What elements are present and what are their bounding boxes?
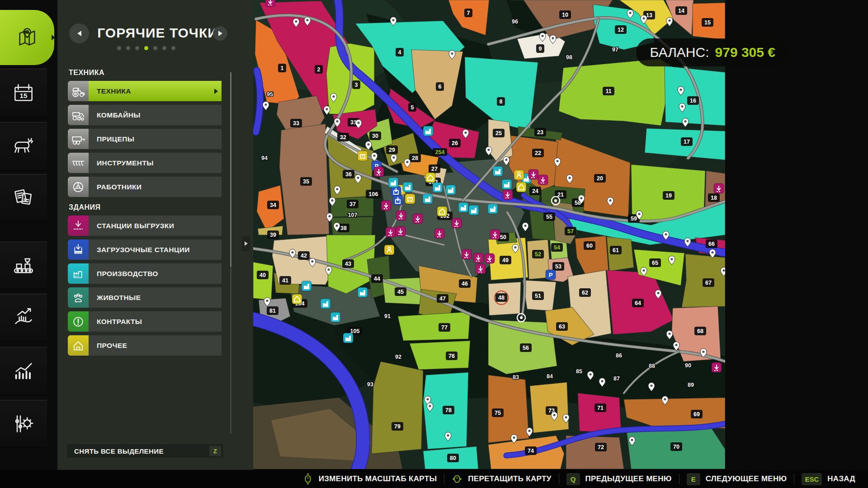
field-badge-71[interactable]: 71 <box>594 404 606 412</box>
poi-production[interactable] <box>502 179 512 189</box>
field-badge-46[interactable]: 46 <box>459 279 471 288</box>
field-badge-63[interactable]: 63 <box>556 322 568 331</box>
filter-row-harvester[interactable]: КОМБАЙНЫ <box>68 105 222 125</box>
field-badge-75[interactable]: 75 <box>492 408 504 417</box>
field-badge-25[interactable]: 25 <box>493 129 505 137</box>
poi-house[interactable] <box>292 294 302 304</box>
field-badge-57[interactable]: 57 <box>565 227 576 235</box>
poi-production[interactable] <box>458 202 468 212</box>
field-badge-52[interactable]: 52 <box>532 250 544 258</box>
field-badge-19[interactable]: 19 <box>663 191 675 200</box>
field-badge-65[interactable]: 65 <box>649 258 661 267</box>
poi-ring[interactable] <box>552 197 560 205</box>
poi-unload[interactable] <box>528 169 538 179</box>
poi-unload[interactable] <box>386 227 396 237</box>
field-badge-49[interactable]: 49 <box>500 256 511 264</box>
poi-unload[interactable] <box>462 249 472 259</box>
field-badge-55[interactable]: 55 <box>543 212 555 221</box>
field-badge-79[interactable]: 79 <box>392 422 403 431</box>
poi-unload[interactable] <box>265 0 275 7</box>
map-field-79[interactable] <box>372 361 423 454</box>
poi-market[interactable] <box>358 151 368 161</box>
field-badge-4[interactable]: 4 <box>396 48 404 56</box>
field-badge-43[interactable]: 43 <box>342 259 354 268</box>
field-badge-12[interactable]: 12 <box>615 25 627 34</box>
field-badge-60[interactable]: 60 <box>584 241 595 250</box>
map-field-11[interactable] <box>559 59 673 126</box>
map-field-71[interactable] <box>578 393 621 433</box>
poi-unload[interactable] <box>473 253 483 263</box>
field-badge-78[interactable]: 78 <box>443 406 454 414</box>
field-badge-80[interactable]: 80 <box>447 454 459 462</box>
poi-parking[interactable]: P <box>546 270 556 280</box>
poi-production[interactable] <box>358 287 368 297</box>
sidebar-item-calendar[interactable]: 15 <box>0 69 47 117</box>
field-badge-16[interactable]: 16 <box>687 96 699 105</box>
poi-production[interactable] <box>302 281 311 291</box>
field-badge-56[interactable]: 56 <box>520 343 532 352</box>
field-badge-40[interactable]: 40 <box>257 271 269 279</box>
field-badge-35[interactable]: 35 <box>300 177 312 186</box>
field-badge-61[interactable]: 61 <box>610 246 622 254</box>
field-badge-64[interactable]: 64 <box>632 299 644 307</box>
field-badge-18[interactable]: 18 <box>708 193 720 202</box>
poi-production[interactable] <box>446 185 456 195</box>
field-badge-10[interactable]: 10 <box>559 10 571 19</box>
field-badge-39[interactable]: 39 <box>267 230 279 239</box>
field-badge-27[interactable]: 27 <box>429 164 440 173</box>
filter-row-contract[interactable]: КОНТРАКТЫ <box>68 311 222 332</box>
field-badge-48[interactable]: 48 <box>495 293 507 302</box>
poi-unload[interactable] <box>538 175 548 185</box>
panel-expand-tab[interactable] <box>242 236 250 251</box>
field-badge-26[interactable]: 26 <box>449 139 461 147</box>
map-field-40[interactable] <box>253 262 273 300</box>
poi-unload[interactable] <box>503 190 513 200</box>
field-badge-7[interactable]: 7 <box>464 9 472 17</box>
field-badge-14[interactable]: 14 <box>675 6 687 15</box>
map-field-77[interactable] <box>398 312 470 341</box>
poi-ring[interactable] <box>517 314 525 322</box>
poi-unload[interactable] <box>452 218 462 228</box>
next-category-button[interactable] <box>213 26 227 41</box>
poi-production[interactable] <box>469 205 479 215</box>
poi-unload[interactable] <box>413 214 423 224</box>
field-badge-28[interactable]: 28 <box>409 154 421 162</box>
sidebar-item-animals[interactable] <box>0 122 47 171</box>
field-badge-22[interactable]: 22 <box>532 149 544 157</box>
filter-row-factory[interactable]: ПРОИЗВОДСТВО <box>68 263 222 284</box>
poi-unload[interactable] <box>374 167 384 177</box>
field-badge-44[interactable]: 44 <box>371 274 383 283</box>
poi-unload[interactable] <box>485 253 495 263</box>
field-badge-24[interactable]: 24 <box>529 187 541 195</box>
poi-house[interactable] <box>437 206 447 216</box>
poi-production[interactable] <box>321 299 330 309</box>
poi-unload[interactable] <box>396 226 406 236</box>
filter-row-paw[interactable]: ЖИВОТНЫЕ <box>68 287 222 308</box>
poi-house[interactable] <box>516 182 526 192</box>
field-badge-47[interactable]: 47 <box>437 294 448 303</box>
sidebar-item-production[interactable] <box>0 242 47 289</box>
panel-scrollbar[interactable] <box>230 72 231 434</box>
field-badge-81[interactable]: 81 <box>267 306 278 315</box>
field-badge-29[interactable]: 29 <box>386 145 398 154</box>
poi-unload[interactable] <box>490 230 500 239</box>
map-field-76[interactable] <box>410 341 470 370</box>
scrollbar-thumb[interactable] <box>230 72 231 267</box>
filter-row-house[interactable]: ПРОЧЕЕ <box>68 335 222 356</box>
filter-row-unload[interactable]: СТАНЦИИ ВЫГРУЗКИ <box>68 216 222 236</box>
field-badge-34[interactable]: 34 <box>267 201 279 209</box>
poi-production[interactable] <box>423 194 433 204</box>
sidebar-item-map[interactable] <box>0 10 54 65</box>
filter-row-trailer[interactable]: ПРИЦЕПЫ <box>68 129 222 149</box>
field-badge-74[interactable]: 74 <box>525 446 537 455</box>
poi-unload[interactable] <box>712 362 722 372</box>
field-badge-54[interactable]: 54 <box>551 243 563 252</box>
sidebar-item-settings[interactable] <box>0 400 47 447</box>
sidebar-item-statistics[interactable] <box>0 347 47 395</box>
field-badge-5[interactable]: 5 <box>408 103 416 112</box>
poi-production[interactable] <box>423 126 433 136</box>
poi-production[interactable] <box>493 166 503 176</box>
field-badge-45[interactable]: 45 <box>395 287 406 296</box>
field-badge-9[interactable]: 9 <box>536 44 544 53</box>
sidebar-item-contracts[interactable] <box>0 174 47 221</box>
